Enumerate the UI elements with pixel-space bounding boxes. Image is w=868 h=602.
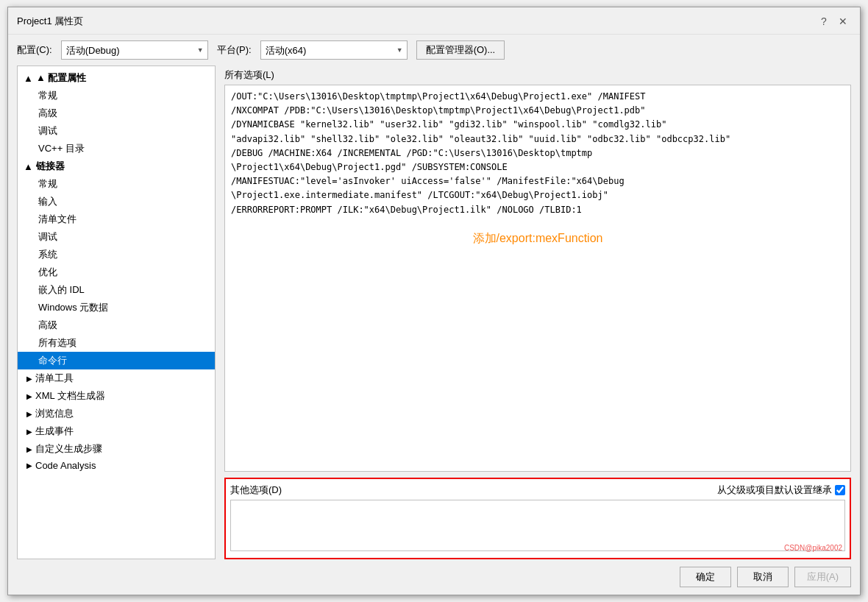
sidebar-item-linker-input[interactable]: 输入 xyxy=(18,193,215,210)
all-options-box[interactable]: /OUT:"C:\Users\13016\Desktop\tmptmp\Proj… xyxy=(224,85,851,472)
all-options-text: /OUT:"C:\Users\13016\Desktop\tmptmp\Proj… xyxy=(231,90,844,217)
other-options-label: 其他选项(D) xyxy=(230,484,282,497)
sidebar-item-linker-system[interactable]: 系统 xyxy=(18,246,215,263)
dialog-title: Project1 属性页 xyxy=(17,15,83,28)
orange-annotation: 添加/export:mexFunction xyxy=(231,229,844,248)
sidebar-item-manifest-tool[interactable]: ▶ 清单工具 xyxy=(18,369,215,387)
linker-triangle: ▲ xyxy=(24,161,33,172)
sidebar: ▲ ▲ 配置属性 常规 高级 调试 VC++ 目录 ▲ 链接器 常规 输入 清单… xyxy=(17,65,216,559)
platform-select-wrapper: 活动(x64) xyxy=(260,40,408,60)
watermark: CSDN@pika2002 xyxy=(784,544,842,552)
config-properties-triangle: ▲ xyxy=(24,73,33,84)
cancel-button[interactable]: 取消 xyxy=(737,567,789,587)
footer: 确定 取消 应用(A) xyxy=(8,559,860,595)
browse-triangle: ▶ xyxy=(26,410,32,418)
title-bar-controls: ? ✕ xyxy=(816,13,851,29)
sidebar-item-advanced[interactable]: 高级 xyxy=(18,105,215,122)
config-manager-button[interactable]: 配置管理器(O)... xyxy=(416,40,505,60)
build-events-triangle: ▶ xyxy=(26,428,32,436)
sidebar-item-linker-idl[interactable]: 嵌入的 IDL xyxy=(18,281,215,299)
sidebar-item-linker-cmdline[interactable]: 命令行 xyxy=(18,352,215,369)
xml-doc-label: XML 文档生成器 xyxy=(35,389,105,403)
browse-label: 浏览信息 xyxy=(35,407,74,420)
sidebar-item-linker-manifest[interactable]: 清单文件 xyxy=(18,210,215,228)
sidebar-item-code-analysis[interactable]: ▶ Code Analysis xyxy=(18,458,215,473)
inherit-check-container: 从父级或项目默认设置继承 xyxy=(717,484,845,497)
bottom-section: 其他选项(D) 从父级或项目默认设置继承 CSDN@pika2002 xyxy=(224,478,851,559)
right-panel: 所有选项(L) /OUT:"C:\Users\13016\Desktop\tmp… xyxy=(216,65,851,559)
inherit-label: 从父级或项目默认设置继承 xyxy=(717,484,832,497)
inherit-checkbox[interactable] xyxy=(835,485,845,495)
build-events-label: 生成事件 xyxy=(35,425,74,438)
sidebar-item-debug[interactable]: 调试 xyxy=(18,122,215,140)
custom-build-triangle: ▶ xyxy=(26,445,32,453)
config-select-wrapper: 活动(Debug) xyxy=(61,40,208,60)
sidebar-item-linker-optimize[interactable]: 优化 xyxy=(18,263,215,281)
sidebar-item-linker-all[interactable]: 所有选项 xyxy=(18,334,215,352)
sidebar-item-custom-build[interactable]: ▶ 自定义生成步骤 xyxy=(18,440,215,458)
config-properties-label: ▲ 配置属性 xyxy=(36,71,86,85)
sidebar-item-linker-debug[interactable]: 调试 xyxy=(18,228,215,246)
title-bar: Project1 属性页 ? ✕ xyxy=(8,7,860,35)
custom-build-label: 自定义生成步骤 xyxy=(35,442,102,456)
manifest-tool-triangle: ▶ xyxy=(26,375,32,383)
linker-label: 链接器 xyxy=(36,160,65,173)
other-options-input[interactable] xyxy=(230,500,845,551)
code-analysis-label: Code Analysis xyxy=(35,460,96,471)
code-analysis-triangle: ▶ xyxy=(26,461,32,470)
config-select[interactable]: 活动(Debug) xyxy=(61,40,208,60)
main-content: ▲ ▲ 配置属性 常规 高级 调试 VC++ 目录 ▲ 链接器 常规 输入 清单… xyxy=(8,65,860,559)
sidebar-item-linker-general[interactable]: 常规 xyxy=(18,175,215,193)
dialog: Project1 属性页 ? ✕ 配置(C): 活动(Debug) 平台(P):… xyxy=(7,7,861,595)
close-button[interactable]: ✕ xyxy=(835,13,851,29)
xml-doc-triangle: ▶ xyxy=(26,392,32,400)
ok-button[interactable]: 确定 xyxy=(680,567,731,587)
config-properties-header[interactable]: ▲ ▲ 配置属性 xyxy=(18,69,215,87)
platform-label: 平台(P): xyxy=(217,43,252,57)
toolbar: 配置(C): 活动(Debug) 平台(P): 活动(x64) 配置管理器(O)… xyxy=(8,35,860,65)
apply-button[interactable]: 应用(A) xyxy=(794,567,851,587)
sidebar-item-xml-doc[interactable]: ▶ XML 文档生成器 xyxy=(18,387,215,405)
help-button[interactable]: ? xyxy=(816,13,832,29)
platform-select[interactable]: 活动(x64) xyxy=(260,40,408,60)
sidebar-item-build-events[interactable]: ▶ 生成事件 xyxy=(18,422,215,440)
all-options-label: 所有选项(L) xyxy=(224,68,851,82)
config-label: 配置(C): xyxy=(17,43,52,57)
sidebar-item-vc-dir[interactable]: VC++ 目录 xyxy=(18,140,215,157)
sidebar-item-general[interactable]: 常规 xyxy=(18,87,215,105)
linker-header[interactable]: ▲ 链接器 xyxy=(18,157,215,175)
manifest-tool-label: 清单工具 xyxy=(35,372,74,385)
sidebar-item-linker-advanced[interactable]: 高级 xyxy=(18,316,215,334)
sidebar-item-browse[interactable]: ▶ 浏览信息 xyxy=(18,405,215,422)
bottom-section-header: 其他选项(D) 从父级或项目默认设置继承 xyxy=(230,484,845,497)
sidebar-item-linker-winmeta[interactable]: Windows 元数据 xyxy=(18,299,215,316)
